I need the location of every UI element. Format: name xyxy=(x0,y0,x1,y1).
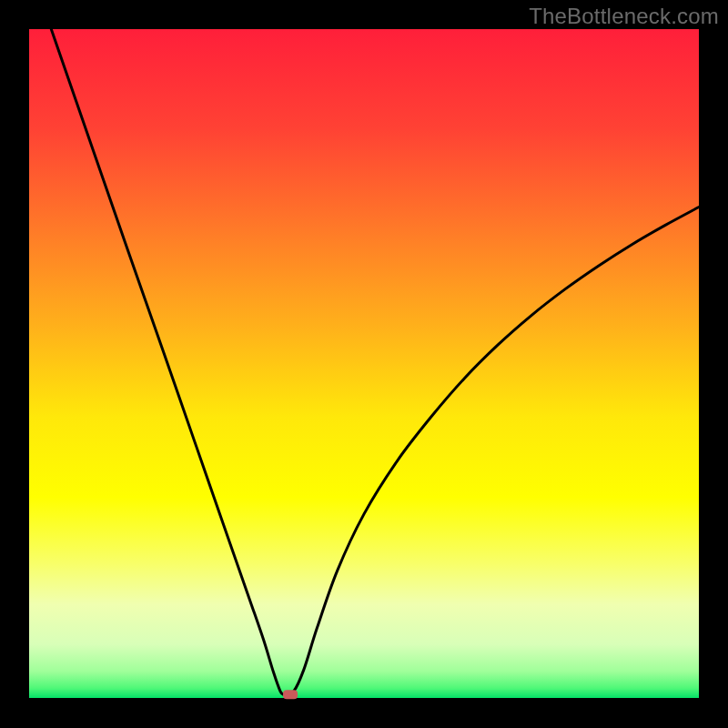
plot-background xyxy=(29,29,699,698)
bottleneck-chart xyxy=(0,0,728,728)
chart-frame: TheBottleneck.com xyxy=(0,0,728,728)
optimal-point-indicator xyxy=(283,690,298,699)
watermark-text: TheBottleneck.com xyxy=(529,4,719,29)
